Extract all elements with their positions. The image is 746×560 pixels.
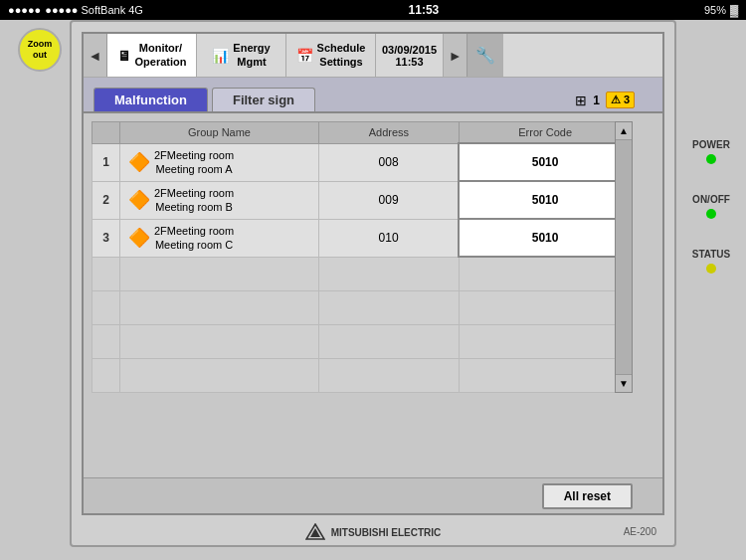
- nav-date-time: 03/09/2015 11:53: [376, 34, 444, 77]
- monitor-icon: 🖥: [117, 48, 131, 64]
- group-name-1: 🔶 2FMeeting roomMeeting room A: [120, 143, 319, 181]
- energy-label: EnergyMgmt: [233, 42, 270, 68]
- table-row: 1 🔶 2FMeeting roomMeeting room A 008 50: [93, 143, 633, 181]
- power-dot: [706, 154, 716, 164]
- onoff-label: ON/OFF: [692, 194, 730, 205]
- battery-info: 95% ▓: [704, 4, 738, 16]
- empty-cell: [120, 257, 319, 290]
- malfunction-tab-label: Malfunction: [114, 93, 187, 107]
- table-row: 3 🔶 2FMeeting roomMeeting room C 010 50: [93, 219, 633, 257]
- brand-text: MITSUBISHI ELECTRIC: [331, 527, 442, 538]
- warning-icon-1: 🔶: [128, 151, 150, 173]
- status-indicator: STATUS: [692, 249, 731, 274]
- nav-next-arrow[interactable]: ►: [444, 34, 467, 77]
- empty-cell: [459, 358, 632, 392]
- row-num-2: 2: [93, 181, 120, 219]
- nav-tab-monitor[interactable]: 🖥 Monitor/Operation: [107, 34, 197, 77]
- col-header-groupname: Group Name: [120, 122, 319, 144]
- address-1: 008: [319, 143, 460, 181]
- empty-cell: [319, 358, 460, 392]
- empty-cell: [93, 324, 120, 358]
- table-row: 2 🔶 2FMeeting roomMeeting room B 009 50: [93, 181, 633, 219]
- sub-tabs-left: Malfunction Filter sign: [84, 88, 575, 111]
- onoff-indicator: ON/OFF: [692, 194, 730, 219]
- warning-count: 3: [624, 93, 630, 105]
- empty-cell: [120, 290, 319, 324]
- scroll-up-button[interactable]: ▲: [616, 122, 632, 140]
- filtersign-tab-label: Filter sign: [233, 93, 294, 107]
- empty-cell: [319, 324, 460, 358]
- status-time: 11:53: [409, 3, 440, 17]
- nav-tab-energy[interactable]: 📊 EnergyMgmt: [197, 34, 286, 77]
- address-3: 010: [319, 219, 460, 257]
- carrier-info: ●●●●● ●●●●● SoftBank 4G: [8, 4, 143, 16]
- monitor-label: Monitor/Operation: [135, 42, 187, 68]
- nav-bar: ◄ 🖥 Monitor/Operation 📊 EnergyMgmt 📅 Sch…: [84, 34, 662, 78]
- device-footer: MITSUBISHI ELECTRIC: [72, 523, 674, 541]
- nav-time: 11:53: [395, 56, 423, 68]
- malfunction-table: Group Name Address Error Code 1: [92, 121, 633, 393]
- scroll-down-button[interactable]: ▼: [616, 374, 632, 392]
- all-reset-button[interactable]: All reset: [542, 483, 633, 509]
- col-header-errorcode: Error Code: [459, 122, 632, 144]
- empty-cell: [459, 257, 632, 290]
- sub-tabs-right: ⊞ 1 ⚠ 3: [575, 92, 662, 111]
- signal-dots: ●●●●●: [8, 4, 41, 16]
- nav-prev-arrow[interactable]: ◄: [84, 34, 107, 77]
- sub-tab-filtersign[interactable]: Filter sign: [212, 88, 315, 111]
- group-name-3: 🔶 2FMeeting roomMeeting room C: [120, 219, 319, 257]
- nav-wrench-button[interactable]: 🔧: [467, 34, 503, 77]
- device-frame: ◄ 🖥 Monitor/Operation 📊 EnergyMgmt 📅 Sch…: [70, 20, 676, 547]
- scrollbar[interactable]: ▲ ▼: [615, 121, 633, 393]
- wrench-icon: 🔧: [475, 46, 495, 65]
- schedule-icon: 📅: [296, 48, 313, 64]
- address-2: 009: [319, 181, 460, 219]
- main-area: Group Name Address Error Code 1: [84, 113, 662, 513]
- carrier-label: ●●●●● SoftBank 4G: [45, 4, 143, 16]
- brand-label: MITSUBISHI ELECTRIC: [331, 527, 442, 538]
- model-label: AE-200: [624, 526, 656, 537]
- bottom-bar: All reset: [84, 477, 662, 513]
- col-header-num: [93, 122, 120, 144]
- row-num-1: 1: [93, 143, 120, 181]
- warning-badge: ⚠ 3: [606, 92, 635, 108]
- power-label: POWER: [692, 139, 730, 150]
- sub-tab-malfunction[interactable]: Malfunction: [93, 88, 208, 111]
- col-header-address: Address: [319, 122, 460, 144]
- status-label: STATUS: [692, 249, 731, 260]
- table-area: Group Name Address Error Code 1: [84, 113, 662, 477]
- group-text-1: 2FMeeting roomMeeting room A: [154, 148, 234, 177]
- warning-icon-2: 🔶: [128, 189, 150, 211]
- empty-cell: [93, 257, 120, 290]
- nav-date: 03/09/2015: [382, 44, 437, 56]
- energy-icon: 📊: [212, 48, 229, 64]
- nav-tab-schedule[interactable]: 📅 ScheduleSettings: [286, 34, 376, 77]
- right-panel: POWER ON/OFF STATUS: [676, 20, 746, 547]
- status-dot: [706, 264, 716, 274]
- empty-cell: [319, 257, 460, 290]
- onoff-dot: [706, 209, 716, 219]
- power-indicator: POWER: [692, 139, 730, 164]
- schedule-label: ScheduleSettings: [317, 42, 366, 68]
- group-text-3: 2FMeeting roomMeeting room C: [154, 224, 234, 253]
- sub-tabs-row: Malfunction Filter sign ⊞ 1 ⚠ 3: [84, 78, 662, 113]
- table-row-empty: [93, 358, 633, 392]
- empty-cell: [319, 290, 460, 324]
- warning-triangle: ⚠: [611, 93, 621, 105]
- empty-cell: [93, 290, 120, 324]
- zoom-out-button[interactable]: Zoomout: [18, 28, 62, 72]
- error-code-3: 5010: [459, 219, 632, 257]
- battery-label: 95%: [704, 4, 726, 16]
- table-row-empty: [93, 257, 633, 290]
- table-row-empty: [93, 290, 633, 324]
- zoom-out-label: Zoomout: [28, 39, 53, 61]
- group-name-2: 🔶 2FMeeting roomMeeting room B: [120, 181, 319, 219]
- empty-cell: [459, 290, 632, 324]
- battery-icon: ▓: [730, 4, 738, 16]
- row-num-3: 3: [93, 219, 120, 257]
- mitsubishi-logo-icon: [305, 523, 325, 541]
- error-code-1: 5010: [459, 143, 632, 181]
- warning-icon-3: 🔶: [128, 227, 150, 249]
- screen: ◄ 🖥 Monitor/Operation 📊 EnergyMgmt 📅 Sch…: [82, 32, 664, 515]
- empty-cell: [459, 324, 632, 358]
